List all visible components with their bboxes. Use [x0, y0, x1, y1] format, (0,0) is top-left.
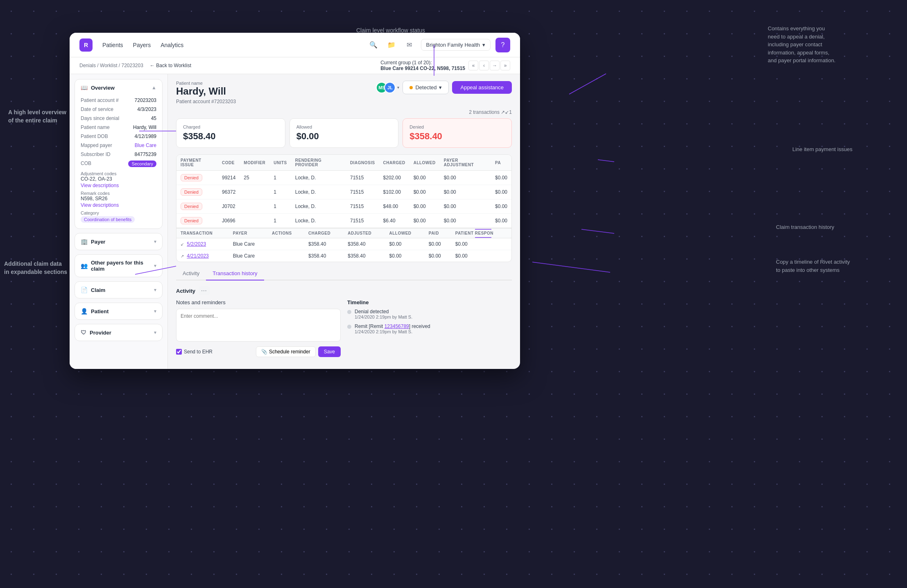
th-code: Code [218, 155, 240, 171]
schedule-reminder-button[interactable]: 📎 Schedule reminder [256, 346, 316, 357]
provider-section-header[interactable]: 🛡 Provider ▾ [75, 324, 162, 341]
claims-table-body: Denied 99214 25 1 Locke, D. 71515 $202.0… [176, 171, 511, 228]
overview-value-days: 45 [151, 115, 156, 121]
td-trans-charged-1: $358.40 [304, 238, 344, 250]
td-diag-4: 71515 [346, 214, 379, 228]
td-provider-4: Locke, D. [291, 214, 346, 228]
tab-transaction-history[interactable]: Transaction history [206, 267, 264, 280]
payer-header-left: 🏢 Payer [81, 238, 105, 245]
nav-last-btn[interactable]: » [500, 61, 510, 70]
trans-date-link-2[interactable]: 4/21/2023 [187, 253, 208, 259]
notes-footer-right: 📎 Schedule reminder Save [256, 346, 341, 357]
overview-label-payer: Mapped payer [81, 142, 112, 148]
th-pa: PA [491, 155, 511, 171]
search-icon-btn[interactable]: 🔍 [367, 38, 380, 52]
trans-arrow-2-icon: ↗ [181, 254, 184, 258]
timeline-date-2: 1/24/2020 2:19pm by Matt S. [355, 329, 430, 334]
send-to-ehr-label[interactable]: Send to EHR [176, 349, 213, 355]
nav-logo: R [79, 38, 93, 52]
app-window: R Patients Payers Analytics 🔍 📁 ✉ Bright… [70, 33, 520, 369]
save-button[interactable]: Save [318, 346, 341, 357]
td-trans-payer-2: Blue Care [229, 250, 268, 262]
tab-activity[interactable]: Activity [176, 267, 206, 280]
detected-button[interactable]: Detected ▾ [403, 81, 449, 94]
td-pa-4: $0.00 [491, 214, 511, 228]
trans-arrow-1-icon: ↙ [181, 242, 184, 247]
overview-section: 📖 Overview ▲ Patient account # 72023203 … [75, 79, 163, 229]
provider-section: 🛡 Provider ▾ [75, 324, 163, 341]
help-button[interactable]: ? [495, 38, 510, 52]
nav-link-payers[interactable]: Payers [133, 40, 151, 50]
nav-first-btn[interactable]: « [468, 61, 478, 70]
overview-value-payer[interactable]: Blue Care [135, 142, 156, 148]
annotation-line-items: Line item payment issues [792, 145, 891, 154]
td-charged-2: $102.00 [379, 185, 409, 199]
list-item: ↙ 5/2/2023 Blue Care $358.40 $358.40 $0.… [176, 238, 511, 250]
patient-name-section: Patient name Hardy, Will Patient account… [176, 81, 236, 104]
overview-row-days: Days since denial 45 [81, 114, 156, 123]
activity-tabs: Activity Transaction history [176, 267, 512, 280]
app-window-wrapper: R Patients Payers Analytics 🔍 📁 ✉ Bright… [70, 33, 520, 369]
patient-section-header[interactable]: 👤 Patient ▾ [75, 303, 162, 319]
overview-value-name: Hardy, Will [133, 124, 156, 130]
td-pa-2: $0.00 [491, 185, 511, 199]
folder-icon-btn[interactable]: 📁 [385, 38, 398, 52]
trans-date-link-1[interactable]: 5/2/2023 [187, 241, 206, 247]
remark-codes-link[interactable]: View descriptions [81, 202, 156, 208]
td-charged-4: $6.40 [379, 214, 409, 228]
back-icon: ← [150, 63, 156, 68]
mail-icon-btn[interactable]: ✉ [403, 38, 416, 52]
td-code-2: 96372 [218, 185, 240, 199]
tth-payer: Payer [229, 228, 268, 238]
nav-prev-btn[interactable]: ‹ [479, 61, 489, 70]
org-selector[interactable]: Brighton Family Health ▾ [421, 39, 491, 51]
detected-chevron-icon: ▾ [439, 84, 442, 90]
td-payeradj-4: $0.00 [440, 214, 491, 228]
payer-section-header[interactable]: 🏢 Payer ▾ [75, 233, 162, 250]
denied-badge-2: Denied [181, 188, 202, 196]
assignees-wrapper[interactable]: MS JL ▾ [376, 82, 399, 93]
td-trans-actions-1 [268, 238, 304, 250]
nav-next-btn[interactable]: → [490, 61, 500, 70]
adj-codes-link[interactable]: View descriptions [81, 183, 156, 188]
overview-value-dob: 4/12/1989 [135, 133, 156, 139]
claim-section: 📄 Claim ▾ [75, 281, 163, 299]
detected-label: Detected [415, 84, 437, 90]
activity-menu-dots[interactable]: ··· [199, 286, 210, 295]
transaction-header-row: Transaction Payer Actions Charged Adjust… [176, 228, 511, 238]
remit-link[interactable]: 123456789 [385, 323, 409, 329]
overview-title: Overview [91, 85, 115, 91]
nav-link-analytics[interactable]: Analytics [161, 40, 183, 50]
timeline-dot-1-icon [347, 310, 351, 314]
overview-value-account: 72023203 [135, 97, 156, 103]
send-to-ehr-checkbox[interactable] [176, 349, 182, 355]
tth-paid: Paid [425, 228, 451, 238]
detected-dot-icon [409, 86, 413, 89]
claim-section-header[interactable]: 📄 Claim ▾ [75, 282, 162, 298]
nav-link-patients[interactable]: Patients [102, 40, 123, 50]
denied-card: Denied $358.40 [403, 118, 512, 148]
td-code-3: J0702 [218, 199, 240, 214]
patient-account: Patient account #72023203 [176, 99, 236, 104]
td-provider-3: Locke, D. [291, 199, 346, 214]
denied-value: $358.40 [409, 131, 505, 142]
org-name: Brighton Family Health [426, 42, 480, 48]
provider-chevron-icon: ▾ [154, 330, 156, 335]
notes-footer: Send to EHR 📎 Schedule reminder Save [176, 346, 341, 357]
group-nav: Current group (1 of 20): Blue Care 99214… [380, 60, 510, 71]
tth-allowed: Allowed [385, 228, 425, 238]
overview-header[interactable]: 📖 Overview ▲ [75, 79, 162, 96]
th-modifier: Modifier [240, 155, 269, 171]
claim-header-left: 📄 Claim [81, 287, 105, 293]
back-button[interactable]: ← Back to Worklist [150, 63, 191, 68]
overview-label-name: Patient name [81, 124, 110, 130]
claims-table: Payment Issue Code Modifier Units Render… [176, 154, 512, 262]
provider-shield-icon: 🛡 [81, 329, 86, 336]
payer-building-icon: 🏢 [81, 238, 88, 245]
notes-input[interactable] [176, 309, 341, 341]
appeal-button[interactable]: Appeal assistance [452, 81, 512, 94]
category-section: Category Coordination of benefits [81, 210, 156, 223]
th-payer-adj: Payer Adjustment [440, 155, 491, 171]
td-charged-3: $48.00 [379, 199, 409, 214]
denied-badge-3: Denied [181, 203, 202, 210]
